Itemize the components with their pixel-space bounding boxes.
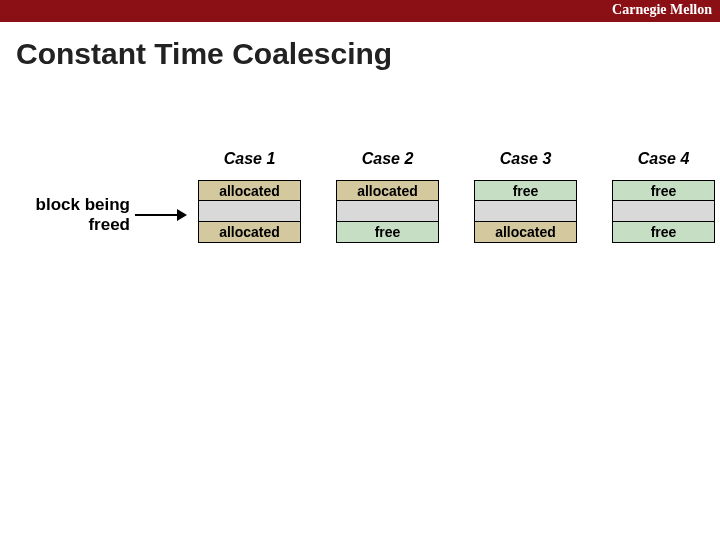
- arrow-icon: [135, 208, 187, 222]
- next-block-cell: allocated: [198, 222, 301, 243]
- case-title: Case 4: [638, 150, 690, 168]
- top-bar: Carnegie Mellon: [0, 0, 720, 22]
- case-column-1: Case 1allocatedallocated: [198, 150, 301, 243]
- case-column-2: Case 2allocatedfree: [336, 150, 439, 243]
- prev-block-cell: allocated: [198, 180, 301, 201]
- block-stack: freefree: [612, 180, 715, 243]
- prev-block-cell: allocated: [336, 180, 439, 201]
- case-title: Case 1: [224, 150, 276, 168]
- slide: Carnegie Mellon Constant Time Coalescing…: [0, 0, 720, 540]
- cases-row: Case 1allocatedallocatedCase 2allocatedf…: [198, 150, 715, 243]
- svg-marker-1: [177, 209, 187, 221]
- next-block-cell: allocated: [474, 222, 577, 243]
- case-title: Case 3: [500, 150, 552, 168]
- block-stack: allocatedfree: [336, 180, 439, 243]
- target-block-cell: [612, 201, 715, 222]
- side-label: block being freed: [10, 195, 130, 234]
- side-label-line2: freed: [88, 215, 130, 234]
- target-block-cell: [474, 201, 577, 222]
- case-column-4: Case 4freefree: [612, 150, 715, 243]
- block-stack: freeallocated: [474, 180, 577, 243]
- next-block-cell: free: [612, 222, 715, 243]
- block-stack: allocatedallocated: [198, 180, 301, 243]
- case-column-3: Case 3freeallocated: [474, 150, 577, 243]
- target-block-cell: [198, 201, 301, 222]
- target-block-cell: [336, 201, 439, 222]
- case-title: Case 2: [362, 150, 414, 168]
- prev-block-cell: free: [474, 180, 577, 201]
- page-title: Constant Time Coalescing: [16, 37, 720, 71]
- side-label-line1: block being: [36, 195, 130, 214]
- brand-label: Carnegie Mellon: [612, 2, 712, 18]
- prev-block-cell: free: [612, 180, 715, 201]
- next-block-cell: free: [336, 222, 439, 243]
